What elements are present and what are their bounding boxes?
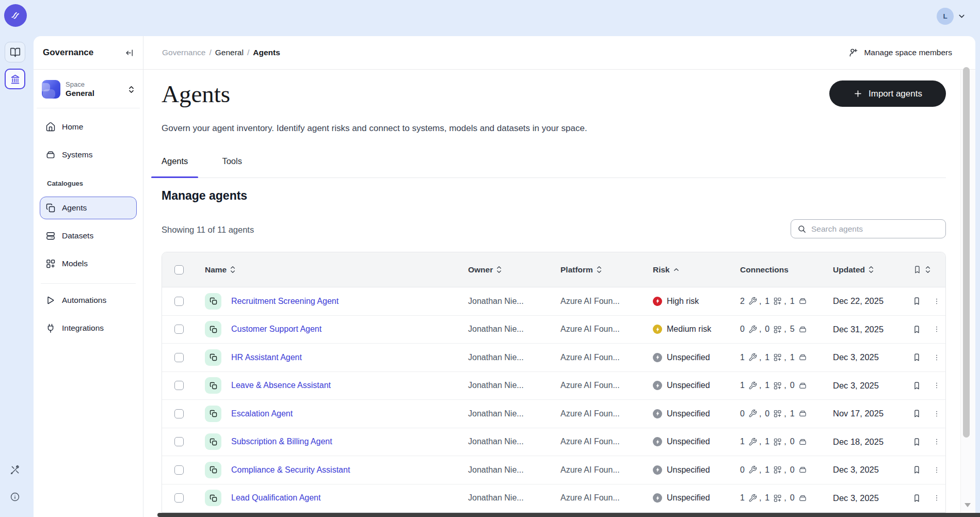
breadcrumb-general[interactable]: General (215, 48, 244, 57)
platform-cell: Azure AI Foun... (556, 437, 649, 446)
bookmark-button[interactable] (912, 465, 921, 474)
table-header-row: Name Owner Platform Risk Connections (162, 252, 945, 287)
column-header-owner[interactable]: Owner (468, 265, 502, 274)
bookmark-button[interactable] (912, 438, 921, 446)
risk-level-icon (653, 493, 662, 503)
row-menu-button[interactable] (933, 325, 941, 333)
row-checkbox[interactable] (174, 381, 184, 390)
column-header-name[interactable]: Name (205, 265, 235, 274)
agent-name-link[interactable]: HR Assistant Agent (231, 353, 302, 362)
bookmark-button[interactable] (912, 381, 921, 390)
sidebar-item-home[interactable]: Home (40, 116, 137, 138)
updated-cell: Dec 3, 2025 (829, 381, 906, 391)
bookmark-button[interactable] (912, 409, 921, 418)
sidebar-item-label: Datasets (62, 231, 93, 240)
collapse-sidebar-button[interactable] (125, 48, 135, 58)
bookmark-button[interactable] (912, 297, 921, 305)
sidebar-item-label: Models (62, 259, 88, 268)
systems-box-icon (798, 465, 807, 474)
column-header-platform[interactable]: Platform (560, 265, 602, 274)
sidebar-item-agents[interactable]: Agents (40, 197, 137, 219)
systems-box-icon (798, 409, 807, 418)
row-menu-button[interactable] (933, 410, 941, 418)
wrench-icon (748, 325, 757, 334)
tab-tools[interactable]: Tools (212, 149, 252, 177)
manage-space-members-button[interactable]: Manage space members (848, 47, 952, 58)
space-selector[interactable]: Space General (40, 77, 138, 102)
row-checkbox[interactable] (174, 353, 184, 362)
systems-box-icon (798, 325, 807, 334)
sidebar-item-automations[interactable]: Automations (40, 289, 137, 312)
row-checkbox[interactable] (174, 465, 184, 475)
agent-name-link[interactable]: Customer Support Agent (231, 325, 322, 334)
column-header-updated[interactable]: Updated (833, 265, 874, 274)
plug-icon (45, 323, 56, 333)
grid-plus-icon (773, 465, 782, 474)
vertical-scrollbar-thumb[interactable] (963, 67, 970, 438)
row-menu-button[interactable] (933, 494, 941, 502)
row-menu-button[interactable] (933, 297, 941, 305)
row-checkbox[interactable] (174, 409, 184, 418)
bookmark-button[interactable] (912, 353, 921, 362)
systems-box-icon (798, 438, 807, 446)
sidebar-item-datasets[interactable]: Datasets (40, 224, 137, 247)
app-logo[interactable] (4, 4, 27, 27)
table-row: Recruitment Screening Agent Jonathan Nie… (162, 287, 945, 316)
datasets-stack-icon (45, 231, 56, 241)
bookmark-button[interactable] (912, 494, 921, 503)
tab-agents[interactable]: Agents (151, 149, 198, 177)
row-checkbox[interactable] (174, 297, 184, 306)
row-checkbox[interactable] (174, 437, 184, 446)
wrench-icon (748, 381, 757, 390)
tools-count: 0 (740, 409, 745, 418)
row-menu-button[interactable] (933, 381, 941, 390)
tools-rail-button[interactable] (10, 464, 21, 475)
models-count: 1 (765, 353, 769, 362)
bookmark-button[interactable] (912, 325, 921, 334)
agent-name-link[interactable]: Leave & Absence Assistant (231, 381, 331, 390)
row-checkbox[interactable] (174, 493, 184, 503)
breadcrumb-governance[interactable]: Governance (162, 48, 205, 57)
sidebar-item-systems[interactable]: Systems (40, 143, 137, 166)
row-checkbox[interactable] (174, 325, 184, 334)
column-header-bookmark[interactable] (913, 265, 930, 274)
row-menu-button[interactable] (933, 353, 941, 362)
sidebar-item-models[interactable]: Models (40, 252, 137, 275)
import-agents-button[interactable]: Import agents (829, 80, 946, 107)
catalogues-section-label: Catalogues (47, 180, 131, 187)
column-header-risk[interactable]: Risk (653, 265, 679, 274)
agent-copy-icon (205, 462, 221, 478)
agent-name-link[interactable]: Subscription & Billing Agent (231, 437, 332, 446)
chevron-down-icon[interactable] (957, 12, 966, 21)
docs-rail-button[interactable] (5, 42, 25, 62)
models-count: 1 (765, 297, 769, 306)
agent-copy-icon (205, 349, 221, 366)
platform-cell: Azure AI Foun... (556, 325, 649, 334)
horizontal-scrollbar-thumb[interactable] (157, 513, 980, 517)
agent-name-link[interactable]: Lead Qualification Agent (231, 493, 320, 503)
agent-name-link[interactable]: Recruitment Screening Agent (231, 297, 339, 306)
section-title: Manage agents (162, 189, 247, 203)
agent-name-link[interactable]: Compliance & Security Assistant (231, 465, 350, 475)
row-menu-button[interactable] (933, 438, 941, 446)
avatar[interactable]: L (937, 8, 954, 25)
owner-cell: Jonathan Nie... (464, 381, 556, 390)
models-count: 0 (765, 325, 769, 334)
sidebar-item-integrations[interactable]: Integrations (40, 317, 137, 340)
agent-name-link[interactable]: Escalation Agent (231, 409, 293, 418)
kebab-menu-icon (933, 466, 941, 474)
select-all-checkbox[interactable] (174, 265, 184, 274)
governance-rail-button[interactable] (5, 69, 25, 89)
row-menu-button[interactable] (933, 466, 941, 474)
info-rail-button[interactable] (10, 492, 20, 502)
risk-level-icon (653, 325, 662, 334)
sidebar-item-label: Agents (62, 203, 87, 213)
risk-label: High risk (667, 297, 699, 306)
scroll-down-arrow[interactable] (965, 503, 971, 507)
updated-cell: Nov 17, 2025 (829, 409, 906, 418)
page-title: Agents (162, 80, 230, 108)
sort-icon (496, 266, 502, 273)
search-input[interactable] (811, 224, 940, 234)
risk-level-icon (653, 381, 662, 390)
systems-count: 1 (790, 353, 795, 362)
